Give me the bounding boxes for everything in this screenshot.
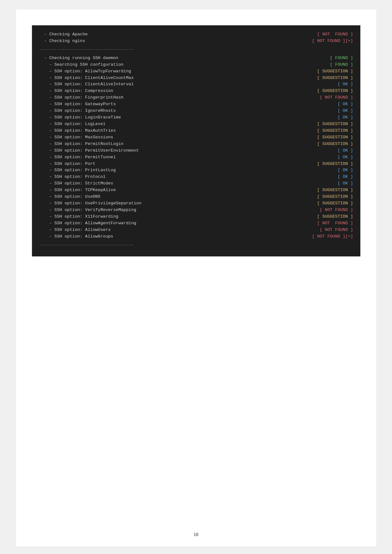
line-label: - SSH option: LoginGraceTime (39, 114, 121, 121)
terminal-line: - SSH option: StrictModes[ OK ] (39, 180, 353, 187)
terminal-line: - SSH option: AllowTcpForwarding[ SUGGES… (39, 68, 353, 75)
line-label: - Checking Apache (39, 31, 88, 38)
line-label: - SSH option: VerifyReverseMapping (39, 207, 136, 214)
line-label: - SSH option: PermitUserEnvironment (39, 148, 139, 154)
line-status: [ OK ] (290, 148, 353, 154)
line-status: [ OK ] (290, 154, 353, 161)
line-status: [ NOT FOUND ][+] (290, 233, 353, 240)
line-status: [ SUGGESTION ] (290, 214, 353, 220)
line-status: [ OK ] (290, 108, 353, 114)
line-label: - SSH option: MaxSessions (39, 134, 113, 141)
terminal-line: - SSH option: Protocol[ OK ] (39, 174, 353, 180)
line-status: [ OK ] (290, 167, 353, 174)
line-status: [ OK ] (290, 114, 353, 121)
terminal-line: - Checking running SSH daemon[ FOUND ] (39, 55, 353, 62)
line-status: [ FOUND ] (290, 62, 353, 68)
line-label: - SSH option: PrintLastLog (39, 167, 116, 174)
line-status: [ SUGGESTION ] (290, 141, 353, 148)
page: - Checking Apache[ NOT FOUND ] - Checkin… (16, 9, 376, 546)
terminal-line: - SSH option: ClientAliveInterval[ OK ] (39, 81, 353, 88)
line-label: - SSH option: FingerprintHash (39, 94, 124, 101)
terminal-line: - SSH option: AllowAgentForwarding[ NOT … (39, 220, 353, 227)
line-label: - Searching SSH configuration (39, 62, 124, 68)
terminal-line: - SSH option: GatewayPorts[ OK ] (39, 101, 353, 108)
terminal-line: - SSH option: AllowUsers[ NOT FOUND ] (39, 227, 353, 233)
terminal-line: - SSH option: TCPKeepAlive[ SUGGESTION ] (39, 187, 353, 194)
line-status: [ NOT FOUND ] (290, 31, 353, 38)
terminal-line: - SSH option: UsePrivilegeSeparation[ SU… (39, 200, 353, 207)
line-label: - SSH option: StrictModes (39, 180, 113, 187)
line-status: [ OK ] (290, 81, 353, 88)
line-label: - SSH option: UseDNS (39, 194, 100, 200)
line-status: [ NOT FOUND ] (290, 227, 353, 233)
line-label: - SSH option: Protocol (39, 174, 106, 180)
line-status: [ SUGGESTION ] (290, 187, 353, 194)
line-label: - SSH option: LogLevel (39, 121, 106, 128)
line-status: [ SUGGESTION ] (290, 200, 353, 207)
line-status: [ SUGGESTION ] (290, 121, 353, 128)
line-label: - SSH option: UsePrivilegeSeparation (39, 200, 142, 207)
line-label: - SSH option: PermitTunnel (39, 154, 116, 161)
line-label: - Checking running SSH daemon (39, 55, 118, 62)
line-label: - SSH option: IgnoreRhosts (39, 108, 116, 114)
line-status: [ FOUND ] (290, 55, 353, 62)
terminal-line: - SSH option: AllowGroups[ NOT FOUND ][+… (39, 233, 353, 240)
line-label: - SSH option: AllowUsers (39, 227, 111, 233)
terminal-line: - SSH option: ClientAliveCountMax[ SUGGE… (39, 75, 353, 81)
terminal-line: - Checking nginx[ NOT FOUND ][+] (39, 38, 353, 45)
separator-line: ------------------------------------- (39, 242, 353, 249)
terminal-line: - SSH option: Compression[ SUGGESTION ] (39, 88, 353, 94)
line-status: [ OK ] (290, 174, 353, 180)
line-label: - SSH option: AllowAgentForwarding (39, 220, 136, 227)
line-label: - SSH option: ClientAliveInterval (39, 81, 134, 88)
line-label: - SSH option: AllowTcpForwarding (39, 68, 131, 75)
terminal-line: - SSH option: VerifyReverseMapping[ NOT … (39, 207, 353, 214)
line-label: - SSH option: AllowGroups (39, 233, 113, 240)
line-status: [ SUGGESTION ] (290, 194, 353, 200)
line-label: - SSH option: X11Forwarding (39, 214, 118, 220)
terminal-line: - SSH option: UseDNS[ SUGGESTION ] (39, 194, 353, 200)
line-label: - SSH option: Compression (39, 88, 113, 94)
line-label: - SSH option: MaxAuthTries (39, 128, 116, 134)
separator-line: ------------------------------------- (39, 46, 353, 53)
terminal-line: - SSH option: FingerprintHash[ NOT FOUND… (39, 94, 353, 101)
terminal-line: - SSH option: LoginGraceTime[ OK ] (39, 114, 353, 121)
line-label: - Checking nginx (39, 38, 85, 45)
line-status: [ SUGGESTION ] (290, 75, 353, 81)
line-label: - SSH option: GatewayPorts (39, 101, 116, 108)
line-status: [ NOT FOUND ][+] (290, 38, 353, 45)
line-status: [ SUGGESTION ] (290, 128, 353, 134)
line-label: - SSH option: TCPKeepAlive (39, 187, 116, 194)
terminal-line: - SSH option: PrintLastLog[ OK ] (39, 167, 353, 174)
line-status: [ SUGGESTION ] (290, 88, 353, 94)
line-status: [ OK ] (290, 180, 353, 187)
line-status: [ SUGGESTION ] (290, 134, 353, 141)
terminal-line: - SSH option: X11Forwarding[ SUGGESTION … (39, 214, 353, 220)
terminal-line: - SSH option: IgnoreRhosts[ OK ] (39, 108, 353, 114)
terminal-line: - SSH option: Port[ SUGGESTION ] (39, 161, 353, 167)
line-status: [ SUGGESTION ] (290, 68, 353, 75)
terminal-output: - Checking Apache[ NOT FOUND ] - Checkin… (32, 25, 360, 256)
page-number: 16 (194, 532, 199, 537)
terminal-line: - SSH option: PermitTunnel[ OK ] (39, 154, 353, 161)
line-label: - SSH option: ClientAliveCountMax (39, 75, 134, 81)
line-status: [ NOT FOUND ] (290, 207, 353, 214)
terminal-line: - Searching SSH configuration[ FOUND ] (39, 62, 353, 68)
terminal-line: - SSH option: PermitRootLogin[ SUGGESTIO… (39, 141, 353, 148)
terminal-line: - SSH option: MaxAuthTries[ SUGGESTION ] (39, 128, 353, 134)
line-label: - SSH option: PermitRootLogin (39, 141, 124, 148)
line-status: [ SUGGESTION ] (290, 161, 353, 167)
terminal-line: - SSH option: LogLevel[ SUGGESTION ] (39, 121, 353, 128)
line-label: - SSH option: Port (39, 161, 95, 167)
line-status: [ NOT FOUND ] (290, 94, 353, 101)
terminal-line: - Checking Apache[ NOT FOUND ] (39, 31, 353, 38)
terminal-line: - SSH option: PermitUserEnvironment[ OK … (39, 148, 353, 154)
terminal-line: - SSH option: MaxSessions[ SUGGESTION ] (39, 134, 353, 141)
line-status: [ OK ] (290, 101, 353, 108)
line-status: [ NOT FOUND ] (290, 220, 353, 227)
